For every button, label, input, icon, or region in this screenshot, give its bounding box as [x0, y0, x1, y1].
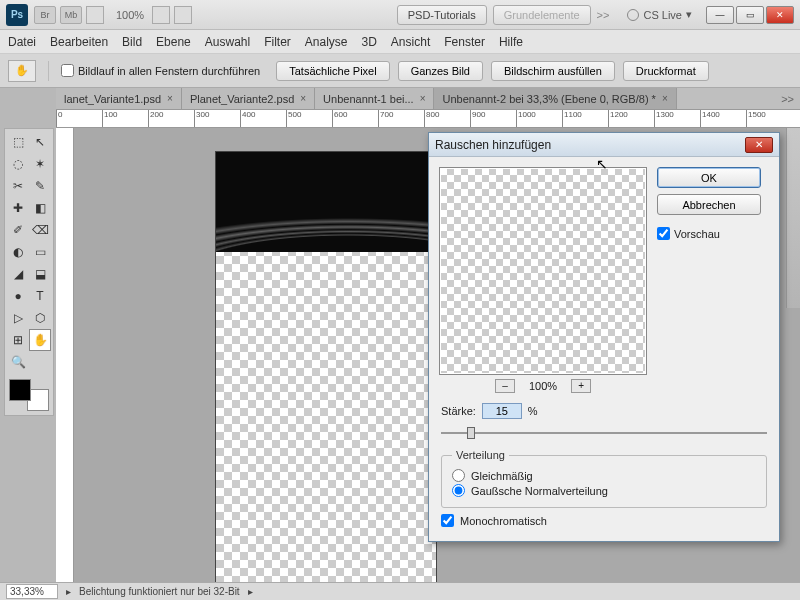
status-bar: 33,33% ▸ Belichtung funktioniert nur bei… — [0, 582, 800, 600]
bridge-button[interactable]: Br — [34, 6, 56, 24]
document-tab[interactable]: Unbenannt-1 bei...× — [315, 88, 434, 109]
menu-bild[interactable]: Bild — [122, 35, 142, 49]
status-zoom-field[interactable]: 33,33% — [6, 584, 58, 599]
tool-button[interactable]: ✋ — [29, 329, 51, 351]
tab-label: Planet_Variante2.psd — [190, 93, 294, 105]
screenmode-dropdown[interactable] — [86, 6, 104, 24]
tool-button[interactable]: ⬚ — [7, 131, 29, 153]
tab-close-icon[interactable]: × — [300, 93, 306, 104]
preview-zoom-in-button[interactable]: + — [571, 379, 591, 393]
menu-datei[interactable]: Datei — [8, 35, 36, 49]
toolbox: ⬚↖◌✶✂✎✚◧✐⌫◐▭◢⬓●T▷⬡⊞✋🔍 — [4, 128, 54, 416]
cs-live-label: CS Live — [643, 9, 682, 21]
document-tab-active[interactable]: Unbenannt-2 bei 33,3% (Ebene 0, RGB/8) *… — [434, 88, 676, 109]
menu-ebene[interactable]: Ebene — [156, 35, 191, 49]
ruler-tick: 800 — [424, 110, 439, 127]
tool-button[interactable]: ✐ — [7, 219, 29, 241]
cs-live-button[interactable]: CS Live ▾ — [627, 8, 692, 21]
horizontal-ruler: 0100200300400500600700800900100011001200… — [56, 110, 800, 128]
gaussian-radio-input[interactable] — [452, 484, 465, 497]
collapsed-panels[interactable] — [786, 128, 800, 308]
dialog-titlebar[interactable]: Rauschen hinzufügen ✕ — [429, 133, 779, 157]
menu-ansicht[interactable]: Ansicht — [391, 35, 430, 49]
ruler-tick: 600 — [332, 110, 347, 127]
status-arrow-icon[interactable]: ▸ — [248, 586, 253, 597]
hand-tool-icon[interactable]: ✋ — [8, 60, 36, 82]
tool-button[interactable]: ▭ — [29, 241, 51, 263]
scroll-all-checkbox-input[interactable] — [61, 64, 74, 77]
tool-button[interactable]: ✂ — [7, 175, 29, 197]
window-close-button[interactable]: ✕ — [766, 6, 794, 24]
preview-zoom-out-button[interactable]: – — [495, 379, 515, 393]
ruler-tick: 1200 — [608, 110, 628, 127]
distribution-gaussian-radio[interactable]: Gaußsche Normalverteilung — [452, 484, 756, 497]
noise-preview[interactable] — [439, 167, 647, 375]
color-swatch[interactable] — [7, 377, 51, 413]
document-tab[interactable]: lanet_Variante1.psd× — [56, 88, 182, 109]
menu-auswahl[interactable]: Auswahl — [205, 35, 250, 49]
menu-fenster[interactable]: Fenster — [444, 35, 485, 49]
workspace-more-icon[interactable]: >> — [597, 9, 610, 21]
menu-filter[interactable]: Filter — [264, 35, 291, 49]
tab-close-icon[interactable]: × — [420, 93, 426, 104]
window-maximize-button[interactable]: ▭ — [736, 6, 764, 24]
tool-button[interactable]: T — [29, 285, 51, 307]
tool-button[interactable]: ◐ — [7, 241, 29, 263]
uniform-radio-input[interactable] — [452, 469, 465, 482]
arrange-dropdown[interactable] — [152, 6, 170, 24]
menu-3d[interactable]: 3D — [362, 35, 377, 49]
uniform-label: Gleichmäßig — [471, 470, 533, 482]
document-canvas[interactable] — [216, 152, 436, 592]
tab-close-icon[interactable]: × — [662, 93, 668, 104]
tool-button[interactable]: ⊞ — [7, 329, 29, 351]
monochromatic-checkbox[interactable]: Monochromatisch — [441, 514, 767, 527]
print-size-button[interactable]: Druckformat — [623, 61, 709, 81]
preview-checkbox-input[interactable] — [657, 227, 670, 240]
fill-screen-button[interactable]: Bildschirm ausfüllen — [491, 61, 615, 81]
fit-screen-button[interactable]: Ganzes Bild — [398, 61, 483, 81]
dialog-title: Rauschen hinzufügen — [435, 138, 551, 152]
photoshop-logo-icon: Ps — [6, 4, 28, 26]
amount-slider[interactable] — [441, 425, 767, 441]
tool-button[interactable]: ✎ — [29, 175, 51, 197]
preview-checkbox[interactable]: Vorschau — [657, 227, 761, 240]
tool-button[interactable]: ▷ — [7, 307, 29, 329]
distribution-uniform-radio[interactable]: Gleichmäßig — [452, 469, 756, 482]
actual-pixels-button[interactable]: Tatsächliche Pixel — [276, 61, 389, 81]
amount-input[interactable] — [482, 403, 522, 419]
slider-thumb-icon[interactable] — [467, 427, 475, 439]
tool-button[interactable]: ↖ — [29, 131, 51, 153]
extras-dropdown[interactable] — [174, 6, 192, 24]
workspace-tab-grundelemente[interactable]: Grundelemente — [493, 5, 591, 25]
minibridge-button[interactable]: Mb — [60, 6, 82, 24]
menu-analyse[interactable]: Analyse — [305, 35, 348, 49]
tool-button[interactable]: ⬡ — [29, 307, 51, 329]
ruler-tick: 100 — [102, 110, 117, 127]
ruler-tick: 400 — [240, 110, 255, 127]
tool-button[interactable]: ◢ — [7, 263, 29, 285]
tab-close-icon[interactable]: × — [167, 93, 173, 104]
tool-button[interactable]: ◌ — [7, 153, 29, 175]
tool-button[interactable]: ⬓ — [29, 263, 51, 285]
tabs-overflow-button[interactable]: >> — [775, 88, 800, 109]
workspace-tab-psdtutorials[interactable]: PSD-Tutorials — [397, 5, 487, 25]
fg-color-swatch[interactable] — [9, 379, 31, 401]
ruler-tick: 1000 — [516, 110, 536, 127]
tool-button[interactable]: ✚ — [7, 197, 29, 219]
window-minimize-button[interactable]: — — [706, 6, 734, 24]
dialog-close-button[interactable]: ✕ — [745, 137, 773, 153]
menu-hilfe[interactable]: Hilfe — [499, 35, 523, 49]
tool-button[interactable]: ◧ — [29, 197, 51, 219]
cancel-button[interactable]: Abbrechen — [657, 194, 761, 215]
amount-unit: % — [528, 405, 538, 417]
status-arrow-icon[interactable]: ▸ — [66, 586, 71, 597]
menu-bearbeiten[interactable]: Bearbeiten — [50, 35, 108, 49]
tool-button[interactable]: ● — [7, 285, 29, 307]
tool-button[interactable]: ⌫ — [29, 219, 51, 241]
tool-button[interactable]: ✶ — [29, 153, 51, 175]
scroll-all-windows-checkbox[interactable]: Bildlauf in allen Fenstern durchführen — [61, 64, 260, 77]
monochromatic-checkbox-input[interactable] — [441, 514, 454, 527]
ok-button[interactable]: OK — [657, 167, 761, 188]
tool-button[interactable]: 🔍 — [7, 351, 29, 373]
document-tab[interactable]: Planet_Variante2.psd× — [182, 88, 315, 109]
